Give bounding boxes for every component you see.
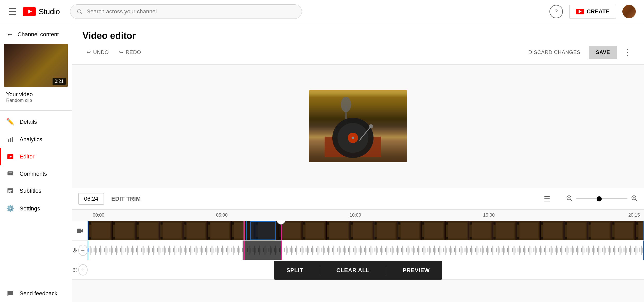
search-icon	[77, 8, 82, 15]
video-preview-area	[72, 65, 644, 188]
timeline-header: 06:24 EDIT TRIM ☰	[72, 188, 644, 210]
sidebar-item-comments[interactable]: Comments	[0, 165, 72, 182]
svg-point-60	[76, 271, 77, 272]
sidebar-item-label: Send feedback	[20, 290, 57, 297]
sidebar-item-analytics[interactable]: Analytics	[0, 131, 72, 148]
analytics-icon	[6, 136, 14, 143]
preview-button[interactable]: PREVIEW	[399, 265, 434, 276]
dots-track-icon-cell: +	[72, 264, 88, 276]
sidebar-item-settings[interactable]: ⚙️ Settings	[0, 199, 72, 218]
edit-trim-button[interactable]: EDIT TRIM	[109, 196, 143, 202]
svg-rect-5	[10, 138, 11, 142]
zoom-in-icon[interactable]	[631, 194, 638, 203]
sidebar-item-feedback[interactable]: Send feedback	[0, 285, 72, 302]
svg-rect-4	[8, 139, 9, 142]
sidebar-back-label: Channel content	[18, 31, 59, 38]
feedback-icon	[6, 290, 14, 297]
discard-button[interactable]: DISCARD CHANGES	[524, 47, 584, 58]
trim-inner	[250, 221, 276, 240]
page-title: Video editor	[82, 23, 634, 45]
redo-label: REDO	[126, 49, 141, 55]
ruler-mark-1: 05:00	[216, 212, 227, 218]
subtitles-icon	[6, 188, 14, 194]
redo-icon: ↪	[119, 49, 124, 55]
zoom-out-icon[interactable]	[566, 194, 573, 203]
save-button[interactable]: SAVE	[589, 46, 617, 59]
trim-selection[interactable]: ✕	[243, 221, 282, 240]
nav-right: ? CREATE	[549, 5, 636, 19]
hamburger-menu[interactable]: ☰	[8, 6, 16, 17]
preview-svg	[309, 90, 407, 162]
avatar[interactable]	[622, 5, 636, 18]
top-nav: ☰ Studio ? CREATE	[0, 0, 644, 23]
ruler-mark-3: 15:00	[483, 212, 495, 218]
audio-track-row: +	[72, 241, 644, 260]
video-track-icon-cell	[72, 227, 88, 234]
main-content: Video editor ↩ UNDO ↪ REDO DISCARD CHANG…	[72, 23, 644, 302]
sidebar-item-subtitles[interactable]: Subtitles	[0, 182, 72, 199]
waveform-svg	[88, 241, 644, 260]
video-thumbnail[interactable]: 0:21	[4, 44, 68, 87]
search-input[interactable]	[87, 8, 295, 15]
sidebar-item-label: Editor	[20, 153, 34, 160]
sidebar-item-label: Subtitles	[20, 188, 41, 194]
details-icon: ✏️	[6, 118, 14, 126]
svg-line-29	[571, 199, 572, 201]
audio-track-icon	[72, 247, 77, 254]
svg-line-3	[81, 13, 82, 14]
editor-toolbar: ↩ UNDO ↪ REDO DISCARD CHANGES SAVE ⋮	[82, 45, 634, 64]
svg-point-57	[76, 269, 77, 270]
svg-rect-16	[10, 192, 11, 193]
toolbar-left: ↩ UNDO ↪ REDO	[82, 47, 145, 58]
sidebar-item-details[interactable]: ✏️ Details	[0, 113, 72, 131]
more-options-button[interactable]: ⋮	[621, 45, 634, 59]
undo-icon: ↩	[87, 49, 91, 55]
logo[interactable]: Studio	[23, 7, 60, 16]
add-dots-button[interactable]: +	[78, 264, 88, 276]
video-track-row: ✕	[72, 221, 644, 241]
svg-point-24	[352, 137, 354, 139]
add-audio-button[interactable]: +	[78, 245, 88, 256]
svg-rect-9	[7, 171, 13, 175]
split-button[interactable]: SPLIT	[282, 265, 307, 276]
dots-track-icon	[72, 267, 77, 273]
timeline-menu-icon[interactable]: ☰	[544, 195, 550, 203]
video-track-content[interactable]: ✕	[88, 221, 644, 240]
clear-all-button[interactable]: CLEAR ALL	[332, 265, 374, 276]
svg-line-33	[635, 199, 637, 201]
timeline-ruler: 00:00 05:00 10:00 15:00 20:15	[72, 210, 644, 221]
redo-button[interactable]: ↪ REDO	[115, 47, 145, 58]
ruler-mark-0: 00:00	[93, 212, 104, 218]
search-bar[interactable]	[70, 4, 302, 19]
comments-icon	[6, 171, 14, 177]
audio-trim-overlay	[243, 241, 282, 260]
sidebar-item-editor[interactable]: Editor	[0, 148, 72, 165]
video-preview[interactable]	[309, 90, 407, 162]
svg-point-53	[74, 268, 75, 269]
sidebar-item-label: Details	[20, 119, 37, 125]
svg-point-26	[369, 124, 373, 128]
svg-point-52	[73, 268, 73, 269]
undo-button[interactable]: ↩ UNDO	[82, 47, 113, 58]
audio-track-content[interactable]	[88, 241, 644, 260]
bottom-action-bar: SPLIT CLEAR ALL PREVIEW	[274, 261, 442, 280]
help-button[interactable]: ?	[549, 5, 563, 18]
zoom-slider[interactable]	[576, 198, 628, 199]
audio-track-icon-cell: +	[72, 245, 88, 256]
svg-rect-6	[12, 137, 13, 142]
back-arrow-icon: ←	[6, 30, 13, 39]
svg-point-55	[73, 269, 73, 270]
sidebar-divider	[0, 110, 72, 111]
video-info: Your video Random clip	[0, 91, 72, 108]
create-button[interactable]: CREATE	[569, 5, 616, 19]
video-track-icon	[76, 227, 83, 234]
playhead-line	[246, 221, 247, 240]
svg-point-56	[74, 269, 75, 270]
video-title: Your video	[6, 91, 66, 98]
sidebar-back-button[interactable]: ← Channel content	[0, 23, 72, 44]
timeline-area: 00:00 05:00 10:00 15:00 20:15	[72, 210, 644, 280]
sidebar-bottom-divider	[0, 283, 72, 283]
timeline-section: 06:24 EDIT TRIM ☰	[72, 188, 644, 280]
ruler-mark-4: 20:15	[628, 212, 640, 218]
svg-point-58	[73, 271, 73, 272]
